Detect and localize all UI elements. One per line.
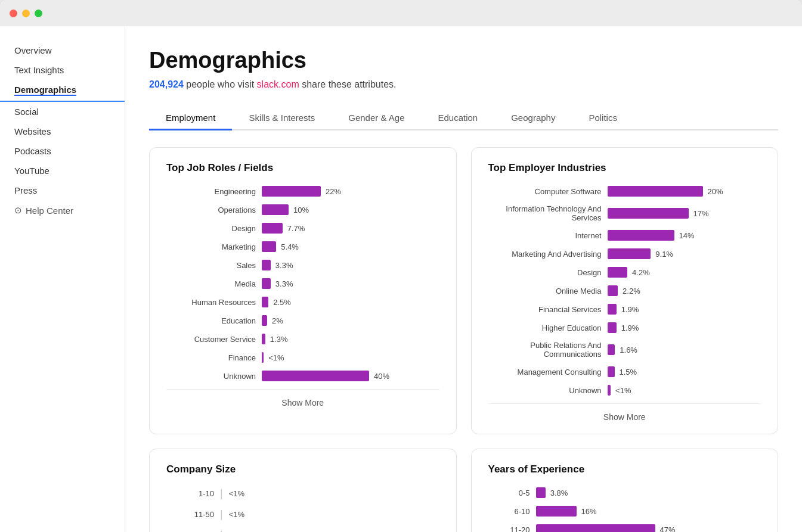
bar-row: Financial Services1.9% <box>488 304 761 315</box>
bar-label: Finance <box>166 353 262 362</box>
tab-geography[interactable]: Geography <box>494 107 572 130</box>
bar-value: 1.6% <box>620 346 637 354</box>
size-label: 1-10 <box>166 489 220 498</box>
size-label: 11-50 <box>166 510 220 519</box>
bar-fill <box>608 366 615 377</box>
bar-row: Finance<1% <box>166 352 439 363</box>
bar-fill <box>262 334 265 344</box>
bar-row: Management Consulting1.5% <box>488 366 761 377</box>
sidebar-item-podcasts[interactable]: Podcasts <box>0 141 125 161</box>
years-experience-bars: 0-53.8%6-1016%11-2047% <box>488 487 761 532</box>
bar-label: Unknown <box>166 372 262 381</box>
close-button[interactable] <box>10 10 17 17</box>
bar-label: Engineering <box>166 187 262 196</box>
bar-label: Education <box>166 316 262 325</box>
bar-track: 14% <box>608 230 761 241</box>
cards-row-2: Company Size 1-10|<1%11-50|<1%51-200|<1%… <box>149 449 778 532</box>
bar-row: Unknown<1% <box>488 385 761 396</box>
tab-employment[interactable]: Employment <box>149 107 232 130</box>
bar-value: 14% <box>679 231 695 240</box>
help-center-item[interactable]: ⊙ Help Center <box>0 200 125 220</box>
employer-show-more-row: Show More <box>488 403 761 424</box>
size-row: 11-50|<1% <box>166 508 439 521</box>
size-row: 51-200|<1% <box>166 529 439 532</box>
bar-label: 0-5 <box>488 489 536 497</box>
bar-fill <box>262 278 271 289</box>
bar-track: 1.3% <box>262 334 439 344</box>
bar-fill <box>262 371 369 381</box>
subtitle-suffix: share these attributes. <box>302 79 396 89</box>
bar-track: 2.5% <box>262 297 439 307</box>
bar-track: 16% <box>536 506 761 517</box>
sidebar-item-overview[interactable]: Overview <box>0 41 125 60</box>
bar-value: 22% <box>326 187 341 196</box>
employer-show-more-button[interactable]: Show More <box>596 410 653 424</box>
bar-label: Design <box>166 224 262 233</box>
sidebar-item-youtube[interactable]: YouTube <box>0 161 125 181</box>
job-roles-card: Top Job Roles / Fields Engineering22%Ope… <box>149 147 457 434</box>
sidebar-item-websites[interactable]: Websites <box>0 122 125 141</box>
sidebar-item-demographics[interactable]: Demographics <box>0 80 125 102</box>
bar-track: 3.3% <box>262 260 439 270</box>
company-size-rows: 1-10|<1%11-50|<1%51-200|<1% <box>166 487 439 532</box>
job-roles-show-more-row: Show More <box>166 389 439 410</box>
visitor-count: 204,924 <box>149 79 184 89</box>
sidebar-item-press[interactable]: Press <box>0 181 125 200</box>
bar-value: 9.1% <box>655 250 673 259</box>
bar-value: 17% <box>693 209 709 218</box>
bar-value: 1.3% <box>270 335 288 344</box>
bar-row: 0-53.8% <box>488 487 761 498</box>
bar-label: Information Technology And Services <box>488 204 608 222</box>
sidebar-item-text-insights[interactable]: Text Insights <box>0 60 125 80</box>
bar-track: 3.3% <box>262 278 439 289</box>
bar-value: 2.5% <box>273 298 291 307</box>
bar-row: Design7.7% <box>166 223 439 234</box>
sidebar-item-social[interactable]: Social <box>0 102 125 122</box>
bar-label: Higher Education <box>488 323 608 332</box>
size-separator: | <box>220 508 229 521</box>
bar-row: Media3.3% <box>166 278 439 289</box>
bar-value: <1% <box>615 386 631 395</box>
help-icon: ⊙ <box>14 205 22 216</box>
bar-track: 9.1% <box>608 248 761 259</box>
bar-row: Sales3.3% <box>166 260 439 270</box>
bar-label: Public Relations And Communications <box>488 341 608 359</box>
years-experience-title: Years of Experience <box>488 463 761 475</box>
tab-politics[interactable]: Politics <box>572 107 634 130</box>
bar-row: Information Technology And Services17% <box>488 204 761 222</box>
bar-track: 10% <box>262 204 439 215</box>
bar-fill <box>262 241 276 252</box>
bar-label: 6-10 <box>488 507 536 516</box>
bar-row: Education2% <box>166 315 439 326</box>
bar-value: 16% <box>581 507 597 516</box>
bar-label: Management Consulting <box>488 368 608 377</box>
tab-education[interactable]: Education <box>421 107 494 130</box>
bar-track: 5.4% <box>262 241 439 252</box>
minimize-button[interactable] <box>22 10 30 17</box>
sidebar: OverviewText InsightsDemographicsSocialW… <box>0 26 125 532</box>
tab-skills[interactable]: Skills & Interests <box>232 107 332 130</box>
subtitle-prefix: people who visit <box>186 79 256 89</box>
bar-value: 47% <box>660 525 676 533</box>
bar-track: 2.2% <box>608 285 761 296</box>
job-roles-show-more-button[interactable]: Show More <box>274 396 331 410</box>
bar-fill <box>608 385 611 396</box>
bar-fill <box>608 248 651 259</box>
bar-label: Marketing And Advertising <box>488 250 608 259</box>
job-roles-bars: Engineering22%Operations10%Design7.7%Mar… <box>166 186 439 381</box>
bar-label: 11-20 <box>488 525 536 533</box>
employer-industries-title: Top Employer Industries <box>488 162 761 174</box>
bar-track: 1.9% <box>608 322 761 333</box>
bar-track: 1.5% <box>608 366 761 377</box>
bar-label: Media <box>166 279 262 288</box>
size-separator: | <box>220 529 229 532</box>
bar-fill <box>262 186 321 197</box>
bar-row: Online Media2.2% <box>488 285 761 296</box>
bar-label: Marketing <box>166 242 262 251</box>
bar-track: 1.6% <box>608 344 761 355</box>
bar-row: Computer Software20% <box>488 186 761 197</box>
tab-gender[interactable]: Gender & Age <box>332 107 421 130</box>
maximize-button[interactable] <box>35 10 42 17</box>
subtitle: 204,924 people who visit slack.com share… <box>149 79 778 90</box>
bar-value: 2% <box>272 316 283 325</box>
